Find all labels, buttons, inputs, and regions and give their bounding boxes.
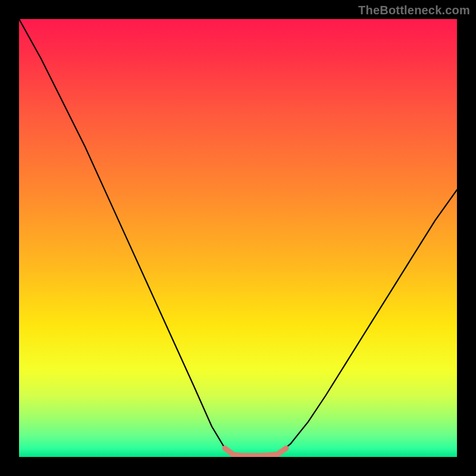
watermark-text: TheBottleneck.com bbox=[358, 4, 470, 17]
chart-frame: TheBottleneck.com bbox=[0, 0, 476, 476]
plot-area bbox=[19, 19, 457, 457]
valley-highlight-line bbox=[225, 448, 286, 456]
curve-overlay bbox=[19, 19, 457, 457]
right-curve-line bbox=[277, 190, 457, 455]
left-curve-line bbox=[19, 19, 234, 455]
